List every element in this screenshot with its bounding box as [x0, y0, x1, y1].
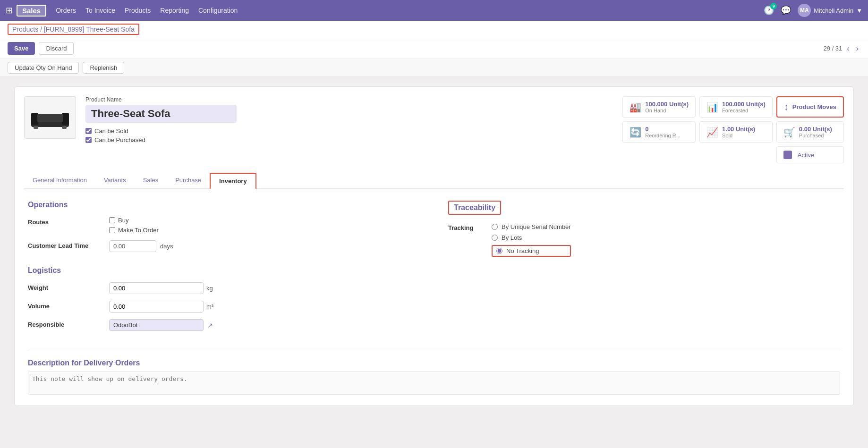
tab-variants[interactable]: Variants	[95, 173, 135, 189]
product-header: Product Name Can be Sold Can be Purchase…	[24, 96, 844, 163]
external-link-icon[interactable]: ↗	[207, 321, 213, 329]
grid-icon[interactable]: ⊞	[6, 5, 13, 16]
active-square-icon	[783, 151, 792, 159]
responsible-select[interactable]: OdooBot	[109, 319, 204, 331]
inventory-tab-content: Operations Routes Buy Make To Order	[24, 189, 844, 396]
description-section: Description for Delivery Orders	[28, 351, 840, 396]
on-hand-value: 100.000 Unit(s)	[645, 101, 689, 108]
weight-unit: kg	[206, 285, 213, 292]
next-page-arrow[interactable]: ›	[854, 44, 860, 53]
route-mto-label: Make To Order	[118, 227, 159, 234]
menu-reporting[interactable]: Reporting	[160, 7, 189, 14]
breadcrumb[interactable]: Products / [FURN_8999] Three-Seat Sofa	[8, 24, 139, 35]
stat-purchased[interactable]: 🛒 0.00 Unit(s) Purchased	[776, 121, 844, 143]
moves-icon: ↕	[784, 101, 789, 112]
routes-row: Routes Buy Make To Order	[28, 217, 420, 234]
sofa-image	[25, 97, 76, 138]
avatar: MA	[798, 4, 811, 17]
lead-time-value: days	[109, 240, 420, 252]
lead-time-label: Customer Lead Time	[28, 240, 103, 249]
description-textarea[interactable]	[28, 371, 840, 395]
lead-time-input[interactable]	[109, 240, 156, 252]
route-make-to-order[interactable]: Make To Order	[109, 227, 420, 234]
tab-inventory[interactable]: Inventory	[210, 173, 256, 189]
top-navigation: ⊞ Sales Orders To Invoice Products Repor…	[0, 0, 868, 21]
routes-list: Buy Make To Order	[109, 217, 420, 234]
tab-general-information[interactable]: General Information	[24, 173, 95, 189]
chat-icon[interactable]: 💬	[781, 5, 791, 16]
traceability-title-text: Traceability	[448, 201, 501, 215]
description-title: Description for Delivery Orders	[28, 359, 840, 367]
responsible-row: Responsible OdooBot ↗	[28, 319, 420, 331]
tracking-lots[interactable]: By Lots	[492, 234, 571, 241]
traceability-column: Traceability Tracking By Unique Serial N…	[448, 201, 840, 338]
product-image[interactable]	[24, 96, 76, 139]
update-qty-button[interactable]: Update Qty On Hand	[8, 62, 79, 74]
user-name: Mitchell Admin	[814, 7, 853, 14]
clock-icon[interactable]: 🕐 9	[764, 5, 774, 16]
svg-rect-2	[62, 113, 69, 125]
stat-reordering[interactable]: 🔄 0 Reordering R...	[622, 121, 696, 143]
product-name-input[interactable]	[85, 105, 237, 123]
purchased-label: Purchased	[799, 133, 832, 138]
stat-boxes: 🏭 100.000 Unit(s) On Hand 📊 100.000 Unit…	[622, 96, 844, 163]
menu-configuration[interactable]: Configuration	[198, 7, 238, 14]
product-checkboxes: Can be Sold Can be Purchased	[85, 127, 613, 144]
warehouse-icon: 🏭	[630, 101, 641, 113]
sold-label: Sold	[722, 133, 755, 138]
weight-input[interactable]	[109, 282, 204, 294]
app-label[interactable]: Sales	[17, 5, 46, 17]
tracking-options: By Unique Serial Number By Lots No Track…	[492, 223, 571, 257]
inventory-two-col: Operations Routes Buy Make To Order	[28, 201, 840, 338]
stat-on-hand[interactable]: 🏭 100.000 Unit(s) On Hand	[622, 96, 696, 118]
sold-icon: 📈	[706, 127, 718, 138]
main-content: Product Name Can be Sold Can be Purchase…	[0, 77, 868, 415]
routes-label: Routes	[28, 217, 103, 226]
tracking-none-label: No Tracking	[506, 247, 539, 254]
volume-input[interactable]	[109, 301, 204, 313]
operations-title: Operations	[28, 201, 420, 209]
product-moves-label: Product Moves	[792, 103, 836, 110]
discard-button[interactable]: Discard	[39, 42, 74, 55]
stat-sold[interactable]: 📈 1.00 Unit(s) Sold	[699, 121, 773, 143]
tracking-none[interactable]: No Tracking	[492, 245, 571, 257]
can-be-purchased-label: Can be Purchased	[94, 136, 145, 144]
menu-orders[interactable]: Orders	[56, 7, 76, 14]
logistics-title: Logistics	[28, 266, 420, 275]
route-buy[interactable]: Buy	[109, 217, 420, 224]
tab-purchase[interactable]: Purchase	[167, 173, 210, 189]
top-menu: Orders To Invoice Products Reporting Con…	[56, 7, 764, 14]
can-be-sold-label: Can be Sold	[94, 127, 128, 135]
action-bar: Save Discard 29 / 31 ‹ ›	[0, 38, 868, 59]
pagination-text: 29 / 31	[824, 45, 842, 52]
menu-to-invoice[interactable]: To Invoice	[85, 7, 115, 14]
notification-badge: 9	[770, 3, 777, 9]
toolbar: Update Qty On Hand Replenish	[0, 59, 868, 77]
product-info: Product Name Can be Sold Can be Purchase…	[85, 96, 613, 144]
tracking-serial[interactable]: By Unique Serial Number	[492, 223, 571, 230]
replenish-button[interactable]: Replenish	[83, 62, 124, 74]
stat-forecasted[interactable]: 📊 100.000 Unit(s) Forecasted	[699, 96, 773, 118]
reordering-value: 0	[645, 126, 681, 133]
tracking-lots-label: By Lots	[502, 234, 522, 241]
prev-page-arrow[interactable]: ‹	[845, 44, 851, 53]
can-be-sold-checkbox[interactable]: Can be Sold	[85, 127, 613, 135]
user-dropdown-icon: ▼	[856, 7, 862, 14]
menu-products[interactable]: Products	[125, 7, 151, 14]
stat-active[interactable]: Active	[776, 146, 844, 163]
save-button[interactable]: Save	[8, 42, 35, 55]
user-menu[interactable]: MA Mitchell Admin ▼	[798, 4, 862, 17]
purchased-value: 0.00 Unit(s)	[799, 126, 832, 133]
breadcrumb-bar: Products / [FURN_8999] Three-Seat Sofa	[0, 21, 868, 38]
can-be-purchased-checkbox[interactable]: Can be Purchased	[85, 136, 613, 144]
svg-rect-4	[34, 126, 38, 129]
svg-rect-1	[31, 113, 38, 125]
product-card: Product Name Can be Sold Can be Purchase…	[14, 86, 854, 406]
action-buttons: Save Discard	[8, 42, 74, 55]
operations-column: Operations Routes Buy Make To Order	[28, 201, 420, 338]
route-buy-label: Buy	[118, 217, 128, 224]
stat-product-moves[interactable]: ↕ Product Moves	[776, 96, 844, 118]
tracking-serial-label: By Unique Serial Number	[502, 223, 571, 230]
tab-sales[interactable]: Sales	[135, 173, 167, 189]
volume-unit: m³	[206, 303, 213, 310]
